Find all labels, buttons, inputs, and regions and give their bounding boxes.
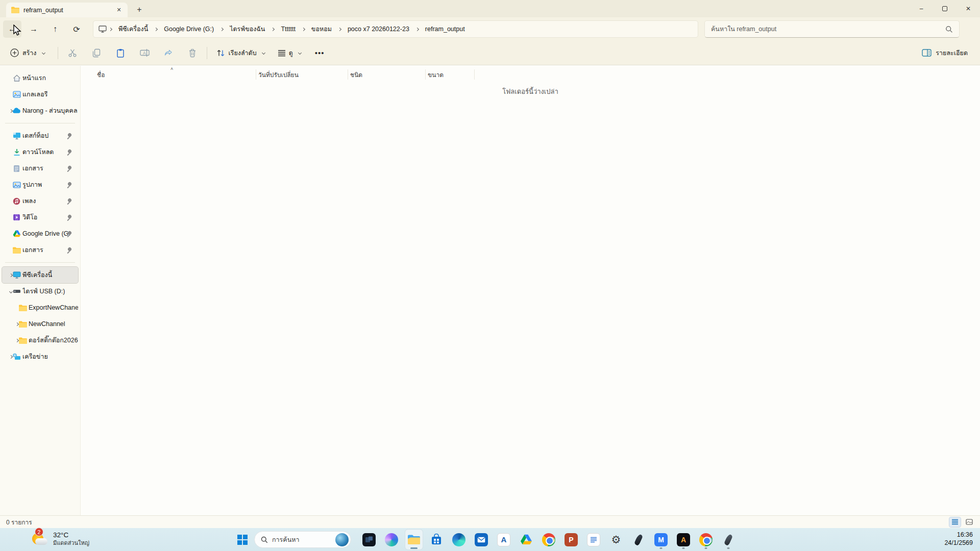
refresh-button[interactable]: ⟳ [67,20,86,38]
taskbar-app-quill[interactable] [720,530,737,549]
forward-button[interactable]: → [24,20,43,38]
maximize-icon [942,6,947,11]
breadcrumb-item-current[interactable]: refram_output [421,23,469,35]
new-button[interactable]: สร้าง [4,44,54,62]
running-indicator [682,547,685,549]
taskbar-app-feather[interactable] [630,530,647,549]
copy-button[interactable] [86,44,107,62]
share-button[interactable] [158,44,179,62]
sidebar-item-label: ExportNewChanel [29,304,78,311]
chevron-down-icon [262,51,265,55]
start-button[interactable] [234,531,251,548]
sidebar-item-documents[interactable]: เอกสาร [2,160,78,177]
network-icon [12,353,21,361]
sidebar-item-downloads[interactable]: ดาวน์โหลด [2,144,78,160]
taskbar-app-red-office[interactable]: P [562,530,580,549]
folder-icon [18,304,27,312]
sidebar-item-label: แกลเลอรี [22,89,47,99]
taskbar-app-settings[interactable]: ⚙ [607,530,625,549]
close-button[interactable]: ✕ [957,0,980,17]
taskbar-app-a[interactable]: A [675,530,692,549]
taskbar-app-m[interactable]: M [652,530,670,549]
thumbnail-view-button[interactable] [964,517,975,527]
taskbar-app-a-doc[interactable]: A [495,530,512,549]
taskbar-app-dark-app[interactable] [360,530,378,549]
breadcrumb-item-my-drive[interactable]: ไดรฟ์ของฉัน [226,22,269,36]
window-controls: – ✕ [910,0,980,17]
items-count: 0 รายการ [6,517,32,527]
running-indicator [705,547,707,549]
taskbar-app-google-drive[interactable] [518,530,535,549]
cloud-icon [35,538,47,545]
sidebar-item-gallery[interactable]: แกลเลอรี [2,86,78,103]
column-header-name[interactable]: ชื่อ [81,69,256,80]
sidebar-item-this-pc[interactable]: พีซีเครื่องนี้ [2,267,78,283]
sidebar-item-pictures[interactable]: รูปภาพ [2,177,78,193]
breadcrumb-item-this-pc[interactable]: พีซีเครื่องนี้ [114,22,152,36]
file-list-pane: ˄ ชื่อ วันที่ปรับเปลี่ยน ชนิด ขนาด โฟลเด… [80,66,980,515]
details-pane-icon [922,49,932,57]
quill-icon [724,533,733,545]
taskbar-app-microsoft-store[interactable] [428,530,445,549]
taskbar-app-outlook[interactable] [473,530,490,549]
sidebar-item-exportnewchanel[interactable]: ExportNewChanel [2,299,78,316]
paste-button[interactable] [110,44,131,62]
column-header-type[interactable]: ชนิด [348,69,425,80]
column-divider [474,69,475,80]
sidebar-item-usb-drive[interactable]: ไดรฟ์ USB (D:) [2,283,78,299]
column-headers: ˄ ชื่อ วันที่ปรับเปลี่ยน ชนิด ขนาด [81,68,475,81]
pin-icon [67,214,73,220]
breadcrumb[interactable]: พีซีเครื่องนี้ Google Drive (G:) ไดรฟ์ขอ… [93,20,698,38]
taskbar-app-edge[interactable] [450,530,468,549]
taskbar-app-chrome-globe[interactable] [697,530,715,549]
breadcrumb-item-poco[interactable]: poco x7 20260122-23 [344,23,413,35]
minimize-button[interactable]: – [910,0,933,17]
breadcrumb-item-khohom[interactable]: ขอหอม [307,22,336,36]
delete-button[interactable] [182,44,203,62]
sidebar-item-desktop[interactable]: เดสก์ท็อป [2,128,78,144]
pin-icon [67,231,73,237]
a-app-icon: A [677,533,690,546]
column-header-date-modified[interactable]: วันที่ปรับเปลี่ยน [256,69,348,80]
new-tab-button[interactable]: + [133,3,146,16]
google-drive-icon [520,534,532,545]
sidebar-item-documents-folder[interactable]: เอกสาร [2,242,78,258]
taskbar-app-copilot[interactable] [383,530,400,549]
breadcrumb-item-tttt[interactable]: Ttttttt [277,23,299,35]
sidebar-item-home[interactable]: หน้าแรก [2,70,78,86]
breadcrumb-item-google-drive[interactable]: Google Drive (G:) [160,23,218,35]
sidebar-item-onedrive[interactable]: Narong - ส่วนบุคคล [2,103,78,119]
sidebar-item-label: ไดรฟ์ USB (D:) [22,286,65,296]
details-pane-button[interactable]: รายละเอียด [917,44,973,62]
sidebar-item-network[interactable]: เครือข่าย [2,348,78,365]
taskbar-app-doc[interactable] [585,530,602,549]
sidebar-item-videos[interactable]: วิดีโอ [2,209,78,226]
sidebar-item-tiktok2026[interactable]: ดอร์สติ๊กต๊อก2026 [2,332,78,348]
search-placeholder: ค้นหาใน refram_output [711,24,945,34]
settings-gear-icon: ⚙ [611,534,621,545]
taskbar-search[interactable]: การค้นหา [254,531,351,548]
sidebar-item-newchannel[interactable]: NewChannel [2,316,78,332]
explorer-search-input[interactable]: ค้นหาใน refram_output [704,20,960,38]
view-button[interactable]: ดู [273,44,309,62]
weather-widget[interactable]: 2 32°C มีแดดส่วนใหญ่ [31,530,89,548]
more-options-button[interactable]: ••• [309,45,331,61]
a-doc-app-icon: A [497,533,510,546]
column-header-size[interactable]: ขนาด [425,69,474,80]
sidebar-item-google-drive[interactable]: Google Drive (G: [2,226,78,242]
sidebar-item-music[interactable]: เพลง [2,193,78,209]
rename-button[interactable]: A [134,44,155,62]
taskbar-app-file-explorer[interactable] [405,530,423,549]
cut-button[interactable] [62,44,83,62]
maximize-button[interactable] [933,0,957,17]
explorer-tab[interactable]: refram_output ✕ [6,3,128,17]
tab-close-icon[interactable]: ✕ [114,6,124,15]
sort-button[interactable]: เรียงลำดับ [211,44,272,62]
taskbar-clock[interactable]: 16:36 24/1/2569 [944,531,973,547]
view-lines-icon [278,49,286,57]
taskbar-app-chrome[interactable] [540,530,557,549]
running-indicator [727,547,730,549]
details-view-button[interactable] [949,517,961,527]
pin-icon [67,165,73,171]
up-button[interactable]: ↑ [46,20,64,38]
